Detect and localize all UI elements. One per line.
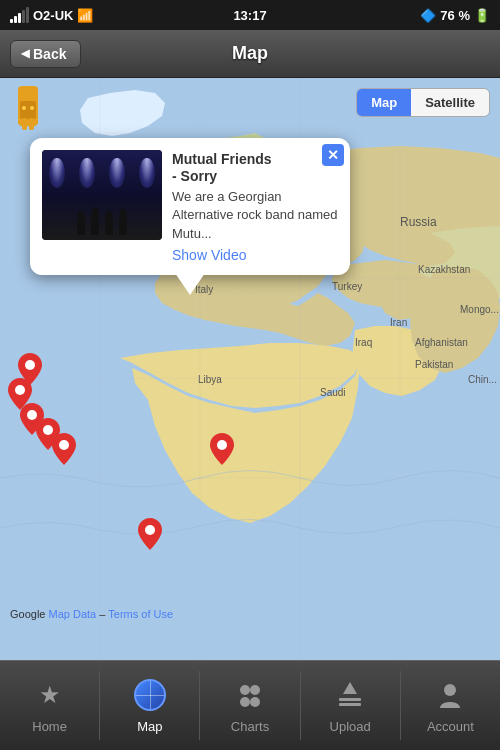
credit-separator: – [99, 608, 108, 620]
svg-point-37 [217, 440, 227, 450]
account-icon [432, 677, 468, 713]
battery-icon: 🔋 [474, 8, 490, 23]
tab-map[interactable]: Map [100, 661, 199, 750]
tab-charts-label: Charts [231, 719, 269, 734]
tab-home-label: Home [32, 719, 67, 734]
map-pin[interactable] [138, 518, 162, 550]
map-button[interactable]: Map [357, 89, 411, 116]
svg-point-42 [250, 697, 260, 707]
popup-content: Mutual Friends - Sorry We are a Georgian… [172, 150, 338, 263]
tab-charts[interactable]: Charts [200, 661, 299, 750]
home-icon: ★ [32, 677, 68, 713]
stage-lights [42, 158, 162, 188]
svg-text:Pakistan: Pakistan [415, 359, 453, 370]
tab-account-label: Account [427, 719, 474, 734]
svg-text:Libya: Libya [198, 374, 222, 385]
popup-close-button[interactable]: ✕ [322, 144, 344, 166]
popup-image [42, 150, 162, 240]
svg-rect-43 [339, 698, 361, 701]
tab-upload[interactable]: Upload [301, 661, 400, 750]
svg-text:Mongo...: Mongo... [460, 304, 499, 315]
satellite-button[interactable]: Satellite [411, 89, 489, 116]
svg-text:Saudi: Saudi [320, 387, 346, 398]
svg-point-40 [250, 685, 260, 695]
svg-text:Kazakhstan: Kazakhstan [418, 264, 470, 275]
stage-figures [77, 213, 127, 235]
battery-label: 76 % [440, 8, 470, 23]
svg-text:Turkey: Turkey [332, 281, 362, 292]
back-button[interactable]: Back [10, 40, 81, 68]
svg-text:Chin...: Chin... [468, 374, 497, 385]
svg-point-39 [240, 685, 250, 695]
nav-title: Map [232, 43, 268, 64]
svg-rect-27 [20, 101, 36, 119]
map-credit: Google Map Data – Terms of Use [10, 608, 173, 620]
status-right: 🔷 76 % 🔋 [420, 8, 490, 23]
status-left: O2-UK 📶 [10, 7, 93, 23]
upload-icon [332, 677, 368, 713]
svg-text:Afghanistan: Afghanistan [415, 337, 468, 348]
popup-image-inner [42, 150, 162, 240]
terms-link[interactable]: Terms of Use [108, 608, 173, 620]
svg-rect-31 [29, 118, 34, 130]
svg-rect-44 [339, 703, 361, 706]
svg-point-32 [25, 360, 35, 370]
svg-point-46 [444, 684, 456, 696]
tab-account[interactable]: Account [401, 661, 500, 750]
svg-point-41 [240, 697, 250, 707]
map-globe-icon [132, 677, 168, 713]
popup-description: We are a Georgian Alternative rock band … [172, 188, 338, 243]
map-pin[interactable] [210, 433, 234, 465]
svg-point-26 [21, 87, 35, 101]
signal-bars [10, 7, 29, 23]
tab-upload-label: Upload [330, 719, 371, 734]
tab-bar: ★ Home Map Charts Up [0, 660, 500, 750]
tab-map-label: Map [137, 719, 162, 734]
map-data-link[interactable]: Map Data [49, 608, 97, 620]
tab-home[interactable]: ★ Home [0, 661, 99, 750]
status-bar: O2-UK 📶 13:17 🔷 76 % 🔋 [0, 0, 500, 30]
close-icon: ✕ [327, 147, 339, 163]
info-popup: Mutual Friends - Sorry We are a Georgian… [30, 138, 350, 275]
russia-label: Russia [400, 215, 437, 229]
bluetooth-icon: 🔷 [420, 8, 436, 23]
show-video-link[interactable]: Show Video [172, 247, 338, 263]
popup-subtitle: - Sorry [172, 168, 338, 184]
svg-point-38 [145, 525, 155, 535]
svg-point-33 [15, 385, 25, 395]
pegman-icon[interactable] [10, 86, 46, 136]
svg-point-28 [22, 106, 26, 110]
carrier-label: O2-UK [33, 8, 73, 23]
status-time: 13:17 [233, 8, 266, 23]
map-type-control: Map Satellite [356, 88, 490, 117]
svg-rect-30 [22, 118, 27, 130]
google-label: Google [10, 608, 45, 620]
popup-title: Mutual Friends [172, 150, 338, 168]
charts-icon [232, 677, 268, 713]
svg-marker-45 [343, 682, 357, 694]
map-pin[interactable] [52, 433, 76, 465]
nav-bar: Back Map [0, 30, 500, 78]
svg-text:Iraq: Iraq [355, 337, 372, 348]
wifi-icon: 📶 [77, 8, 93, 23]
map-area: Russia Norway Swed... Poland Germany Fra… [0, 78, 500, 660]
svg-point-36 [59, 440, 69, 450]
svg-point-29 [30, 106, 34, 110]
svg-text:Iran: Iran [390, 317, 407, 328]
